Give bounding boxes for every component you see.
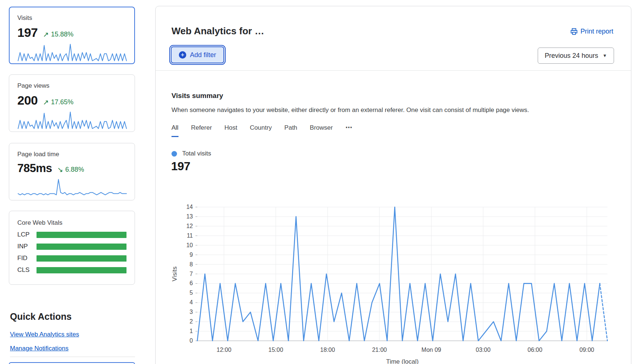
core-web-vitals-title: Core Web Vitals bbox=[17, 219, 126, 227]
trend-up-icon: ↗ bbox=[43, 99, 49, 106]
svg-text:15:00: 15:00 bbox=[268, 347, 283, 353]
add-filter-label: Add filter bbox=[190, 51, 216, 59]
metric-card-title: Visits bbox=[17, 14, 126, 22]
next-card-top-edge bbox=[9, 362, 135, 364]
metric-trend: ↗ 15.88% bbox=[43, 31, 73, 38]
tab-host[interactable]: Host bbox=[225, 124, 237, 137]
svg-text:03:00: 03:00 bbox=[476, 347, 490, 353]
svg-text:10: 10 bbox=[186, 242, 193, 248]
page-views-sparkline-chart bbox=[17, 111, 127, 130]
visits-summary-description: When someone navigates to your website, … bbox=[171, 106, 592, 114]
metric-value: 200 bbox=[17, 93, 38, 108]
total-visits-value: 197 bbox=[171, 160, 190, 173]
svg-text:12: 12 bbox=[186, 223, 193, 229]
metric-value: 785ms bbox=[17, 162, 52, 175]
legend-label: Total visits bbox=[182, 150, 211, 157]
tab-country[interactable]: Country bbox=[250, 124, 272, 137]
cwv-metric-label: FID bbox=[17, 255, 37, 262]
page-load-sparkline-chart bbox=[17, 178, 127, 197]
cwv-good-bar bbox=[37, 267, 126, 273]
metric-trend: ↗ 17.65% bbox=[43, 98, 73, 106]
svg-text:13: 13 bbox=[186, 213, 193, 220]
analytics-report-card: Web Analytics for … Print report + Add f… bbox=[155, 6, 631, 364]
svg-text:1: 1 bbox=[190, 328, 193, 334]
trend-percent: 6.88% bbox=[65, 166, 84, 174]
svg-text:0: 0 bbox=[190, 337, 193, 344]
metric-trend: ↘ 6.88% bbox=[57, 166, 84, 174]
header-divider bbox=[156, 70, 631, 71]
cwv-row-cls: CLS bbox=[17, 266, 126, 274]
svg-text:09:00: 09:00 bbox=[579, 347, 594, 353]
svg-text:6: 6 bbox=[190, 280, 193, 286]
svg-text:Time (local): Time (local) bbox=[386, 358, 419, 364]
legend-total-visits[interactable]: Total visits bbox=[171, 150, 211, 157]
web-analytics-dashboard: Visits 197 ↗ 15.88% Page views 200 ↗ 17.… bbox=[0, 0, 638, 364]
core-web-vitals-card[interactable]: Core Web Vitals LCP INP FID CLS bbox=[9, 211, 135, 285]
trend-up-icon: ↗ bbox=[43, 31, 49, 38]
svg-text:18:00: 18:00 bbox=[320, 347, 335, 353]
legend-dot-icon bbox=[171, 151, 177, 157]
metric-card-title: Page views bbox=[17, 82, 126, 90]
svg-text:5: 5 bbox=[190, 290, 193, 296]
sidebar-divider bbox=[10, 357, 135, 357]
metric-card-page-load-time[interactable]: Page load time 785ms ↘ 6.88% bbox=[9, 143, 135, 200]
time-range-dropdown[interactable]: Previous 24 hours ▼ bbox=[538, 48, 614, 64]
cwv-metric-label: LCP bbox=[17, 231, 37, 238]
svg-text:Mon 09: Mon 09 bbox=[422, 347, 441, 353]
svg-text:2: 2 bbox=[190, 318, 193, 325]
cwv-good-bar bbox=[37, 255, 126, 262]
cwv-metric-label: CLS bbox=[17, 266, 37, 274]
cwv-metric-label: INP bbox=[17, 243, 37, 250]
trend-percent: 17.65% bbox=[51, 98, 73, 106]
view-web-analytics-sites-link[interactable]: View Web Analytics sites bbox=[10, 331, 79, 338]
tab-path[interactable]: Path bbox=[284, 124, 297, 137]
chart-canvas[interactable]: 0123456789101112131412:0015:0018:0021:00… bbox=[163, 196, 624, 364]
metric-card-page-views[interactable]: Page views 200 ↗ 17.65% bbox=[9, 74, 135, 132]
svg-text:Visits: Visits bbox=[171, 266, 178, 281]
tab-browser[interactable]: Browser bbox=[310, 124, 333, 137]
metric-card-title: Page load time bbox=[17, 151, 126, 158]
cwv-good-bar bbox=[37, 244, 126, 250]
tab-all[interactable]: All bbox=[171, 124, 178, 137]
cwv-row-inp: INP bbox=[17, 243, 126, 250]
visits-sparkline-chart bbox=[17, 43, 127, 62]
visits-line-chart[interactable]: 0123456789101112131412:0015:0018:0021:00… bbox=[163, 196, 624, 364]
caret-down-icon: ▼ bbox=[603, 53, 607, 58]
tab-more-ellipsis[interactable]: ⋯ bbox=[345, 123, 352, 137]
time-range-label: Previous 24 hours bbox=[545, 52, 598, 60]
print-report-label: Print report bbox=[580, 28, 613, 35]
quick-actions-heading: Quick Actions bbox=[10, 311, 72, 322]
svg-text:21:00: 21:00 bbox=[372, 347, 387, 353]
svg-text:9: 9 bbox=[190, 252, 193, 258]
svg-text:14: 14 bbox=[186, 204, 193, 210]
svg-text:3: 3 bbox=[190, 309, 193, 315]
plus-circle-icon: + bbox=[179, 51, 186, 59]
printer-icon bbox=[571, 28, 578, 35]
page-title: Web Analytics for … bbox=[171, 25, 264, 37]
svg-text:7: 7 bbox=[190, 271, 193, 277]
metric-card-visits[interactable]: Visits 197 ↗ 15.88% bbox=[9, 7, 135, 64]
tab-referer[interactable]: Referer bbox=[191, 124, 212, 137]
add-filter-button[interactable]: + Add filter bbox=[171, 46, 224, 63]
visits-summary-title: Visits summary bbox=[171, 92, 223, 100]
trend-percent: 15.88% bbox=[51, 31, 73, 38]
print-report-link[interactable]: Print report bbox=[571, 28, 613, 35]
svg-text:4: 4 bbox=[190, 299, 193, 305]
svg-text:12:00: 12:00 bbox=[216, 347, 231, 353]
svg-text:06:00: 06:00 bbox=[528, 347, 542, 353]
dimension-tabs: All Referer Host Country Path Browser ⋯ bbox=[171, 123, 352, 137]
manage-notifications-link[interactable]: Manage Notifications bbox=[10, 345, 69, 352]
cwv-good-bar bbox=[37, 232, 126, 238]
svg-text:11: 11 bbox=[187, 232, 193, 239]
svg-text:8: 8 bbox=[190, 261, 193, 267]
trend-down-icon: ↘ bbox=[57, 166, 63, 173]
metric-value: 197 bbox=[17, 25, 38, 40]
cwv-row-lcp: LCP bbox=[17, 231, 126, 238]
cwv-row-fid: FID bbox=[17, 255, 126, 262]
